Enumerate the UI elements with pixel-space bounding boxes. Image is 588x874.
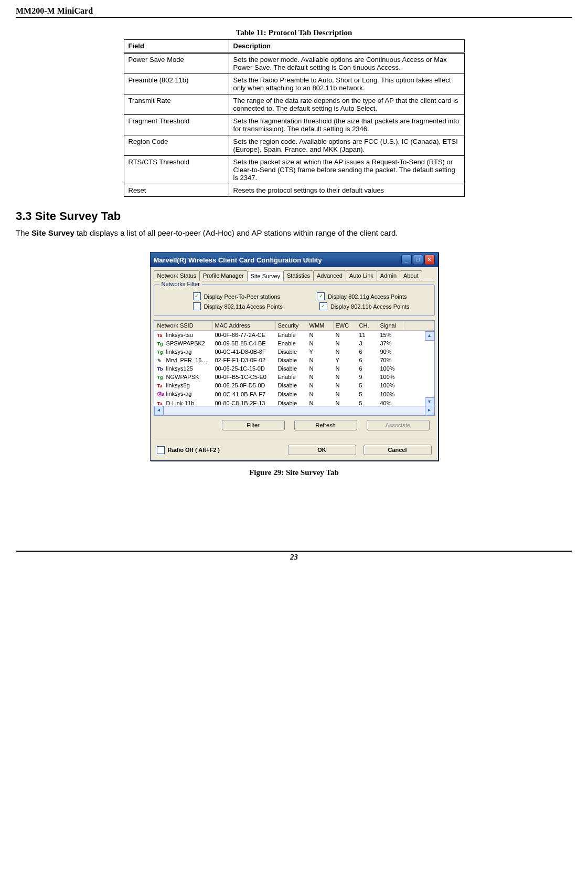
network-type-icon: Tg <box>157 341 165 346</box>
check-80211a[interactable]: Display 802.11a Access Points <box>193 302 283 310</box>
network-listview[interactable]: Network SSID MAC Address Security WMM EW… <box>154 320 435 416</box>
checkbox-icon: ✓ <box>317 292 325 300</box>
list-item[interactable]: Tb linksys12500-06-25-1C-15-0DDisableNN6… <box>154 364 434 373</box>
tab-auto-link[interactable]: Auto Link <box>346 270 377 281</box>
check-label: Display 802.11a Access Points <box>204 303 283 310</box>
cancel-button[interactable]: Cancel <box>364 445 432 455</box>
figure-caption: Figure 29: Site Survey Tab <box>16 468 572 477</box>
ssid-text: linksys-ag <box>165 391 192 397</box>
list-item[interactable]: ⓟa linksys-ag00-0C-41-0B-FA-F7DisableNN5… <box>154 389 434 399</box>
list-item[interactable]: Tg linksys-ag00-0C-41-D8-0B-8FDisableYN6… <box>154 348 434 356</box>
body-post: tab displays a list of all peer-to-peer … <box>74 228 398 237</box>
network-type-icon: Tg <box>157 375 165 380</box>
network-type-icon: Ta <box>157 383 165 388</box>
associate-button[interactable]: Associate <box>367 420 430 430</box>
radio-off-label: Radio Off ( Alt+F2 ) <box>168 447 220 453</box>
table-row: Transmit RateThe range of the data rate … <box>124 94 464 115</box>
list-item[interactable]: Tg SPSWPAPSK200-09-5B-85-C4-BEEnableNN33… <box>154 339 434 348</box>
listview-header: Network SSID MAC Address Security WMM EW… <box>154 321 434 331</box>
table-row: ResetResets the protocol settings to the… <box>124 184 464 197</box>
checkbox-icon <box>193 302 201 310</box>
protocol-table: Field Description Power Save ModeSets th… <box>124 39 465 197</box>
filter-button[interactable]: Filter <box>222 420 285 430</box>
col-security[interactable]: Security <box>276 321 307 330</box>
ssid-text: SPSWPAPSK2 <box>165 340 205 346</box>
ssid-text: linksys-tsu <box>165 332 193 338</box>
ok-button[interactable]: OK <box>288 445 356 455</box>
body-pre: The <box>16 228 31 237</box>
list-item[interactable]: Ta linksys-tsu00-0F-66-77-2A-CEEnableNN1… <box>154 331 434 339</box>
col-ssid[interactable]: Network SSID <box>155 321 213 330</box>
col-signal[interactable]: Signal <box>378 321 404 330</box>
col-mac[interactable]: MAC Address <box>213 321 276 330</box>
separator <box>154 437 435 437</box>
dialog-title: Marvell(R) Wireless Client Card Configur… <box>154 256 322 264</box>
check-peer-to-peer[interactable]: ✓ Display Peer-To-Peer stations <box>193 292 281 300</box>
section-heading: 3.3 Site Survey Tab <box>16 209 572 223</box>
ssid-text: NGWPAPSK <box>165 374 199 380</box>
network-type-icon: Tg <box>157 350 165 355</box>
network-type-icon: Tb <box>157 366 165 372</box>
table-caption: Table 11: Protocol Tab Description <box>16 28 572 37</box>
tab-advanced[interactable]: Advanced <box>313 270 346 281</box>
ssid-text: Mrvl_PER_16S ... <box>165 357 212 363</box>
tab-about[interactable]: About <box>400 270 422 281</box>
check-80211g[interactable]: ✓ Display 802.11g Access Points <box>317 292 407 300</box>
minimize-button[interactable]: _ <box>401 255 412 265</box>
tab-statistics[interactable]: Statistics <box>283 270 314 281</box>
maximize-button[interactable]: □ <box>413 255 423 265</box>
page-header: MM200-M MiniCard <box>16 6 572 18</box>
col-ch[interactable]: CH. <box>357 321 378 330</box>
scroll-left-icon[interactable]: ◂ <box>154 406 164 415</box>
tab-network-status[interactable]: Network Status <box>154 270 200 281</box>
table-row: Fragment ThresholdSets the fragmentation… <box>124 115 464 135</box>
ssid-text: linksys-ag <box>165 349 192 355</box>
table-row: Region CodeSets the region code. Availab… <box>124 135 464 156</box>
networks-filter-group: Networks Filter ✓ Display Peer-To-Peer s… <box>154 285 435 316</box>
network-type-icon: ⓟa <box>157 391 165 398</box>
network-type-icon: ✎ <box>157 358 165 363</box>
network-type-icon: Ta <box>157 333 165 338</box>
list-item[interactable]: Tg NGWPAPSK00-0F-B5-1C-C5-E0EnableNN9100… <box>154 373 434 381</box>
scroll-right-icon[interactable]: ▸ <box>425 406 434 415</box>
close-button[interactable]: × <box>424 255 435 265</box>
col-wmm[interactable]: WMM <box>307 321 334 330</box>
tab-profile-manager[interactable]: Profile Manager <box>199 270 248 281</box>
checkbox-icon: ✓ <box>319 302 327 310</box>
check-label: Display 802.11b Access Points <box>330 303 409 310</box>
col-ewc[interactable]: EWC <box>334 321 357 330</box>
check-label: Display 802.11g Access Points <box>328 293 407 300</box>
ssid-text: linksys125 <box>165 365 193 372</box>
check-80211b[interactable]: ✓ Display 802.11b Access Points <box>319 302 409 310</box>
h-scroll-track[interactable] <box>154 406 426 415</box>
checkbox-icon: ✓ <box>193 292 201 300</box>
body-bold: Site Survey <box>31 228 74 237</box>
refresh-button[interactable]: Refresh <box>294 420 357 430</box>
section-body: The Site Survey tab displays a list of a… <box>16 228 572 237</box>
ssid-text: linksys5g <box>165 382 190 388</box>
radio-off-checkbox[interactable]: Radio Off ( Alt+F2 ) <box>157 446 220 454</box>
checkbox-icon <box>157 446 165 454</box>
ssid-text: D-Link-11b <box>165 400 195 406</box>
filter-legend: Networks Filter <box>159 281 202 287</box>
tab-admin[interactable]: Admin <box>377 270 400 281</box>
table-row: RTS/CTS ThresholdSets the packet size at… <box>124 156 464 184</box>
table-row: Preamble (802.11b)Sets the Radio Preambl… <box>124 74 464 94</box>
table-row: Power Save ModeSets the power mode. Avai… <box>124 53 464 74</box>
tab-site-survey[interactable]: Site Survey <box>247 271 284 281</box>
tab-strip: Network Status Profile Manager Site Surv… <box>154 270 435 281</box>
th-field: Field <box>124 40 229 53</box>
page-footer: 23 <box>16 551 572 562</box>
scroll-up-icon[interactable]: ▴ <box>425 331 434 341</box>
config-dialog: Marvell(R) Wireless Client Card Configur… <box>150 252 439 461</box>
th-desc: Description <box>229 40 464 53</box>
list-item[interactable]: ✎ Mrvl_PER_16S ...02-FF-F1-D3-0E-02Disab… <box>154 356 434 364</box>
check-label: Display Peer-To-Peer stations <box>204 293 281 300</box>
list-item[interactable]: Ta linksys5g00-06-25-0F-D5-0DDisableNN51… <box>154 381 434 389</box>
